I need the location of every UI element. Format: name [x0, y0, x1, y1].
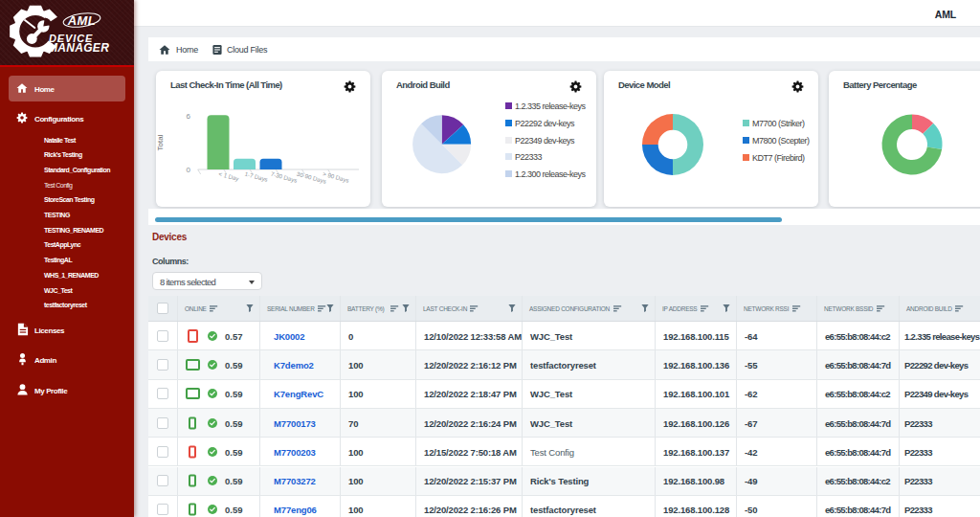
- svg-text:< 1 Day: < 1 Day: [218, 170, 240, 183]
- svg-text:AML: AML: [67, 13, 96, 28]
- svg-text:MANAGER: MANAGER: [48, 41, 109, 55]
- svg-text:> 90 Days: > 90 Days: [323, 170, 350, 184]
- svg-text:6: 6: [187, 112, 191, 121]
- svg-text:Total: Total: [156, 134, 165, 150]
- svg-text:7-30 Days: 7-30 Days: [270, 170, 298, 184]
- svg-text:0: 0: [187, 166, 191, 174]
- svg-text:1-7 Days: 1-7 Days: [244, 170, 269, 183]
